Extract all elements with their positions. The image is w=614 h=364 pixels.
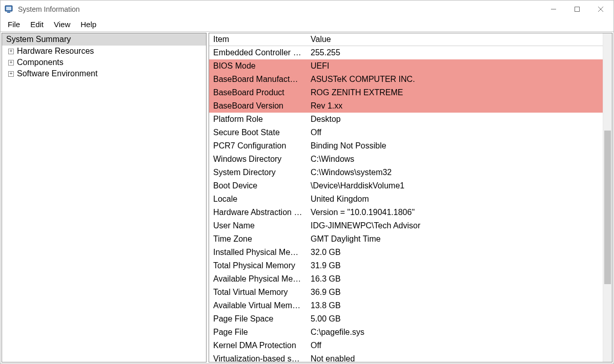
table-row[interactable]: Installed Physical Mem...32.0 GB: [209, 246, 603, 259]
cell-value: 36.9 GB: [306, 286, 603, 299]
vertical-scrollbar[interactable]: [603, 33, 612, 362]
cell-item: BaseBoard Manufacturer: [209, 73, 306, 86]
table-row[interactable]: BaseBoard ProductROG ZENITH EXTREME: [209, 86, 603, 99]
minimize-button[interactable]: [542, 1, 565, 18]
cell-value: C:\pagefile.sys: [306, 326, 603, 339]
svg-rect-2: [7, 12, 10, 13]
tree-item-label: Software Environment: [17, 69, 97, 78]
cell-item: Kernel DMA Protection: [209, 339, 306, 352]
table-row[interactable]: Secure Boot StateOff: [209, 126, 603, 139]
cell-item: Hardware Abstraction L...: [209, 206, 306, 219]
column-header-item[interactable]: Item: [209, 33, 306, 46]
content-area: System Summary + Hardware Resources + Co…: [1, 31, 613, 363]
cell-item: Page File Space: [209, 312, 306, 326]
cell-value: \Device\HarddiskVolume1: [306, 179, 603, 192]
system-information-window: System Information File Edit View Help S…: [0, 0, 614, 364]
table-row[interactable]: Embedded Controller V...255.255: [209, 46, 603, 59]
svg-rect-1: [6, 7, 11, 10]
cell-item: Virtualization-based se...: [209, 352, 306, 362]
window-controls: [542, 1, 612, 18]
cell-value: IDG-JIMNEWPC\Tech Advisor: [306, 219, 603, 232]
cell-value: UEFI: [306, 59, 603, 73]
cell-item: Secure Boot State: [209, 126, 306, 139]
cell-item: Total Physical Memory: [209, 259, 306, 272]
cell-item: Total Virtual Memory: [209, 286, 306, 299]
cell-item: Page File: [209, 326, 306, 339]
cell-value: C:\Windows: [306, 153, 603, 166]
cell-value: Off: [306, 126, 603, 139]
table-row[interactable]: Virtualization-based se...Not enabled: [209, 352, 603, 362]
table-row[interactable]: BaseBoard VersionRev 1.xx: [209, 99, 603, 113]
table-row[interactable]: Kernel DMA ProtectionOff: [209, 339, 603, 352]
cell-item: BaseBoard Product: [209, 86, 306, 99]
scrollbar-track[interactable]: [603, 33, 612, 362]
window-title: System Information: [18, 5, 80, 13]
cell-item: BaseBoard Version: [209, 99, 306, 113]
table-row[interactable]: Platform RoleDesktop: [209, 113, 603, 126]
cell-item: Embedded Controller V...: [209, 46, 306, 59]
cell-value: Not enabled: [306, 352, 603, 362]
cell-item: Installed Physical Mem...: [209, 246, 306, 259]
menu-view[interactable]: View: [49, 19, 75, 30]
tree-item-components[interactable]: + Components: [2, 57, 206, 68]
tree-pane[interactable]: System Summary + Hardware Resources + Co…: [2, 33, 207, 362]
cell-value: 13.8 GB: [306, 299, 603, 312]
tree-item-label: Hardware Resources: [17, 47, 94, 56]
cell-value: C:\Windows\system32: [306, 166, 603, 179]
table-row[interactable]: PCR7 ConfigurationBinding Not Possible: [209, 139, 603, 153]
expand-icon[interactable]: +: [8, 49, 14, 54]
table-row[interactable]: Boot Device\Device\HarddiskVolume1: [209, 179, 603, 192]
cell-value: Version = "10.0.19041.1806": [306, 206, 603, 219]
menu-help[interactable]: Help: [75, 19, 101, 30]
table-row[interactable]: Page File Space5.00 GB: [209, 312, 603, 326]
cell-item: Time Zone: [209, 232, 306, 246]
tree-item-software-environment[interactable]: + Software Environment: [2, 68, 206, 79]
table-row[interactable]: Total Physical Memory31.9 GB: [209, 259, 603, 272]
table-row[interactable]: Total Virtual Memory36.9 GB: [209, 286, 603, 299]
table-row[interactable]: Page FileC:\pagefile.sys: [209, 326, 603, 339]
cell-item: User Name: [209, 219, 306, 232]
svg-rect-4: [575, 7, 580, 12]
table-row[interactable]: Available Physical Mem...16.3 GB: [209, 272, 603, 286]
table-row[interactable]: BaseBoard ManufacturerASUSTeK COMPUTER I…: [209, 73, 603, 86]
scrollbar-thumb[interactable]: [604, 131, 611, 284]
cell-item: PCR7 Configuration: [209, 139, 306, 153]
close-button[interactable]: [589, 1, 612, 18]
cell-item: Windows Directory: [209, 153, 306, 166]
cell-item: Locale: [209, 192, 306, 206]
menu-file[interactable]: File: [3, 19, 25, 30]
table-row[interactable]: System DirectoryC:\Windows\system32: [209, 166, 603, 179]
menu-edit[interactable]: Edit: [25, 19, 49, 30]
app-icon: [5, 5, 14, 14]
maximize-button[interactable]: [565, 1, 589, 18]
cell-value: 255.255: [306, 46, 603, 59]
column-header-value[interactable]: Value: [306, 33, 603, 46]
table-header-row[interactable]: Item Value: [209, 33, 603, 46]
list-body[interactable]: Item Value Embedded Controller V...255.2…: [209, 33, 603, 362]
expand-icon[interactable]: +: [8, 71, 14, 77]
cell-value: ASUSTeK COMPUTER INC.: [306, 73, 603, 86]
details-table: Item Value Embedded Controller V...255.2…: [209, 33, 603, 362]
titlebar[interactable]: System Information: [1, 1, 613, 18]
table-row[interactable]: Hardware Abstraction L...Version = "10.0…: [209, 206, 603, 219]
table-row[interactable]: Time ZoneGMT Daylight Time: [209, 232, 603, 246]
table-row[interactable]: BIOS ModeUEFI: [209, 59, 603, 73]
table-row[interactable]: User NameIDG-JIMNEWPC\Tech Advisor: [209, 219, 603, 232]
cell-value: Off: [306, 339, 603, 352]
cell-value: 5.00 GB: [306, 312, 603, 326]
expand-icon[interactable]: +: [8, 60, 14, 66]
cell-item: Available Physical Mem...: [209, 272, 306, 286]
cell-item: Boot Device: [209, 179, 306, 192]
tree-root[interactable]: System Summary: [2, 33, 206, 46]
cell-item: BIOS Mode: [209, 59, 306, 73]
cell-value: 32.0 GB: [306, 246, 603, 259]
table-row[interactable]: Windows DirectoryC:\Windows: [209, 153, 603, 166]
table-row[interactable]: LocaleUnited Kingdom: [209, 192, 603, 206]
list-pane: Item Value Embedded Controller V...255.2…: [209, 33, 612, 362]
cell-item: Available Virtual Memory: [209, 299, 306, 312]
cell-value: GMT Daylight Time: [306, 232, 603, 246]
cell-value: ROG ZENITH EXTREME: [306, 86, 603, 99]
cell-value: Binding Not Possible: [306, 139, 603, 153]
table-row[interactable]: Available Virtual Memory13.8 GB: [209, 299, 603, 312]
tree-item-hardware-resources[interactable]: + Hardware Resources: [2, 46, 206, 57]
